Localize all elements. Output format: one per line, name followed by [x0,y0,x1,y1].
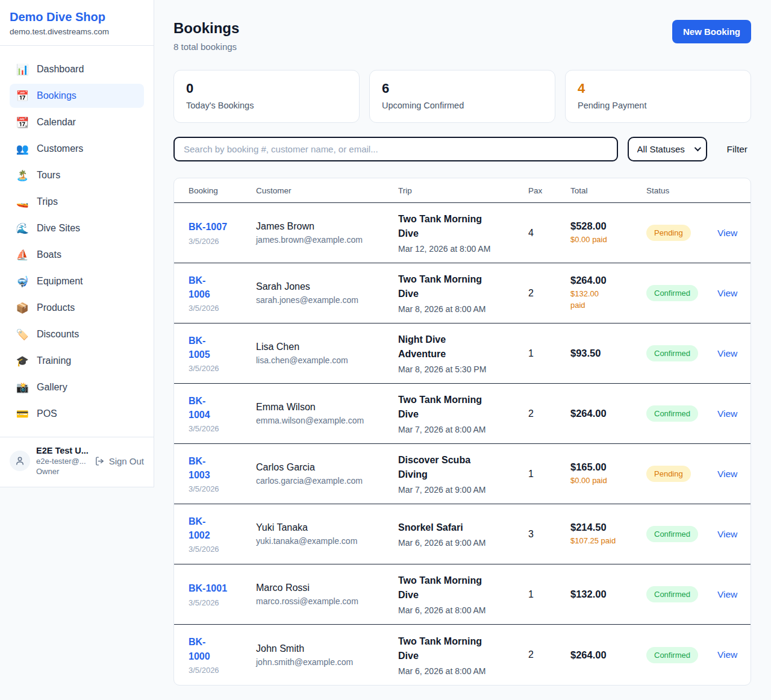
brand-domain: demo.test.divestreams.com [10,27,144,36]
view-link[interactable]: View [717,649,737,660]
booking-id-link[interactable]: BK-1007 [189,220,227,234]
tours-icon: 🏝️ [16,169,29,182]
bookings-icon: 📅 [16,90,29,102]
user-icon [14,455,25,466]
trip-name: Two Tank Morning Dive [398,634,493,663]
sidebar-item-label: Boats [37,249,61,260]
table-row: BK-1003 3/5/2026 Carlos Garcia carlos.ga… [174,444,751,504]
total-amount: $528.00 [570,220,646,232]
view-link[interactable]: View [717,469,737,479]
customer-email: john.smith@example.com [256,657,398,667]
sidebar-item-label: Dashboard [37,64,84,75]
page-title-block: Bookings 8 total bookings [173,20,239,52]
sign-out-button[interactable]: Sign Out [95,456,144,466]
pax-cell: 2 [528,288,570,299]
sidebar-item-products[interactable]: 📦Products [10,296,144,320]
booking-cell: BK-1006 3/5/2026 [189,273,256,313]
table-row: BK-1007 3/5/2026 James Brown james.brown… [174,203,751,263]
customer-cell: Marco Rossi marco.rossi@example.com [256,583,398,606]
sidebar-item-discounts[interactable]: 🏷️Discounts [10,322,144,346]
booking-id-link[interactable]: BK-1005 [189,334,210,361]
booking-id-link[interactable]: BK-1000 [189,635,210,663]
trip-cell: Two Tank Morning Dive Mar 6, 2026 at 8:0… [398,573,528,615]
booking-id-link[interactable]: BK-1001 [189,581,227,595]
sidebar-item-label: Equipment [37,276,83,287]
customer-cell: Lisa Chen lisa.chen@example.com [256,342,398,365]
view-link[interactable]: View [717,288,737,298]
customer-cell: Emma Wilson emma.wilson@example.com [256,402,398,425]
customer-cell: Carlos Garcia carlos.garcia@example.com [256,462,398,486]
sidebar-item-training[interactable]: 🎓Training [10,349,144,373]
customer-name: Carlos Garcia [256,462,398,473]
new-booking-button[interactable]: New Booking [672,20,751,43]
sidebar-item-label: Discounts [37,329,79,340]
status-select[interactable]: All Statuses [628,137,707,161]
booking-date: 3/5/2026 [189,364,256,373]
view-link[interactable]: View [717,408,737,419]
sidebar-item-customers[interactable]: 👥Customers [10,137,144,161]
sidebar-item-dive-sites[interactable]: 🌊Dive Sites [10,216,144,240]
booking-id-link[interactable]: BK-1006 [189,273,210,301]
customer-cell: Sarah Jones sarah.jones@example.com [256,281,398,305]
view-cell: View [717,589,737,600]
total-cell: $264.00 [570,649,646,661]
customer-name: Sarah Jones [256,281,398,292]
booking-date: 3/5/2026 [189,304,256,313]
customer-cell: John Smith john.smith@example.com [256,643,398,667]
brand-name[interactable]: Demo Dive Shop [10,10,144,24]
sidebar-item-trips[interactable]: 🚤Trips [10,190,144,214]
view-link[interactable]: View [717,348,737,358]
trip-name: Snorkel Safari [398,520,493,535]
sidebar-item-boats[interactable]: ⛵Boats [10,243,144,267]
booking-cell: BK-1003 3/5/2026 [189,454,256,493]
dive-sites-icon: 🌊 [16,222,29,235]
booking-id-link[interactable]: BK-1002 [189,514,210,542]
sidebar-item-dashboard[interactable]: 📊Dashboard [10,57,144,81]
trip-name: Two Tank Morning Dive [398,393,493,422]
stat-value: 4 [578,81,738,96]
page-header: Bookings 8 total bookings New Booking [173,20,751,52]
customer-name: Lisa Chen [256,342,398,352]
status-badge: Pending [646,466,691,482]
booking-id-link[interactable]: BK-1003 [189,454,210,482]
column-header-trip: Trip [398,186,528,195]
trip-cell: Snorkel Safari Mar 6, 2026 at 9:00 AM [398,520,528,548]
booking-cell: BK-1000 3/5/2026 [189,635,256,674]
booking-date: 3/5/2026 [189,237,256,246]
status-cell: Pending [646,225,717,241]
page-title: Bookings [173,20,239,37]
equipment-icon: 🤿 [16,275,29,288]
sidebar-item-bookings[interactable]: 📅Bookings [10,84,144,108]
stat-value: 0 [186,81,347,96]
sidebar-item-pos[interactable]: 💳POS [10,402,144,426]
sidebar-item-tours[interactable]: 🏝️Tours [10,163,144,187]
view-cell: View [717,649,737,660]
view-link[interactable]: View [717,228,737,238]
sidebar-item-label: Calendar [37,117,76,128]
stat-label: Today's Bookings [186,101,347,110]
paid-amount: $0.00 paid [570,475,619,487]
view-link[interactable]: View [717,589,737,599]
customer-email: sarah.jones@example.com [256,295,398,305]
search-input[interactable] [173,137,618,161]
brand-block: Demo Dive Shop demo.test.divestreams.com [0,0,154,46]
trip-cell: Two Tank Morning Dive Mar 6, 2026 at 8:0… [398,634,528,676]
total-cell: $214.50 $107.25 paid [570,522,646,547]
sidebar-item-calendar[interactable]: 📆Calendar [10,110,144,134]
page-subtitle: 8 total bookings [173,42,239,52]
filter-button[interactable]: Filter [723,139,751,160]
sidebar-item-equipment[interactable]: 🤿Equipment [10,269,144,293]
sidebar-item-label: Customers [37,143,83,154]
stat-card: 6Upcoming Confirmed [369,70,555,123]
sign-out-icon [95,456,105,466]
view-link[interactable]: View [717,529,737,539]
column-header-pax: Pax [528,186,570,195]
booking-date: 3/5/2026 [189,666,256,675]
customer-name: John Smith [256,643,398,654]
customer-cell: James Brown james.brown@example.com [256,221,398,245]
status-select-wrap: All Statuses [628,137,707,161]
sidebar-item-gallery[interactable]: 📸Gallery [10,375,144,399]
table-row: BK-1002 3/5/2026 Yuki Tanaka yuki.tanaka… [174,504,751,564]
stat-label: Upcoming Confirmed [382,101,543,110]
booking-id-link[interactable]: BK-1004 [189,394,210,422]
